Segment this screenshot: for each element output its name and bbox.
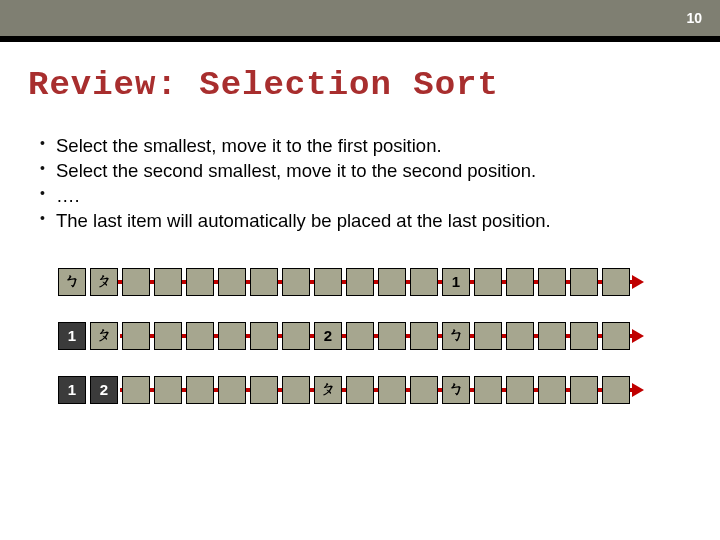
array-rows: ㄅㄆ11ㄆ2ㄅ12ㄆㄅ: [58, 268, 720, 404]
array-cell: [122, 268, 150, 296]
array-cell: [250, 322, 278, 350]
array-cell: [250, 268, 278, 296]
array-cell: [186, 376, 214, 404]
array-cell: [282, 268, 310, 296]
array-cell: [570, 322, 598, 350]
array-cell: 2: [90, 376, 118, 404]
array-cell: [154, 322, 182, 350]
array-cell: [570, 268, 598, 296]
slide: 10 Review: Selection Sort Select the sma…: [0, 0, 720, 540]
array-cell: [602, 268, 630, 296]
divider-band: [0, 36, 720, 42]
array-cell: [602, 376, 630, 404]
array-cell: [282, 376, 310, 404]
array-cell: [346, 322, 374, 350]
array-cell: [506, 322, 534, 350]
array-cell: [122, 322, 150, 350]
array-cell: [346, 268, 374, 296]
array-cell: [410, 268, 438, 296]
list-item: Select the second smallest, move it to t…: [40, 159, 720, 184]
list-item: Select the smallest, move it to the firs…: [40, 134, 720, 159]
array-row: 12ㄆㄅ: [58, 376, 720, 404]
cell-row: ㄅㄆ1: [58, 268, 720, 296]
array-cell: [410, 376, 438, 404]
array-cell: [570, 376, 598, 404]
array-cell: [538, 268, 566, 296]
page-title: Review: Selection Sort: [28, 66, 720, 104]
page-number: 10: [686, 10, 702, 26]
array-cell: [474, 268, 502, 296]
array-cell: [506, 376, 534, 404]
array-cell: ㄆ: [90, 322, 118, 350]
array-cell: [378, 376, 406, 404]
list-item: ….: [40, 184, 720, 209]
array-cell: [410, 322, 438, 350]
array-cell: 2: [314, 322, 342, 350]
array-cell: [186, 268, 214, 296]
array-cell: [218, 268, 246, 296]
list-item: The last item will automatically be plac…: [40, 209, 720, 234]
array-cell: [378, 322, 406, 350]
array-cell: [250, 376, 278, 404]
array-cell: ㄅ: [58, 268, 86, 296]
array-cell: [506, 268, 534, 296]
array-cell: ㄆ: [90, 268, 118, 296]
array-cell: ㄆ: [314, 376, 342, 404]
array-cell: [154, 268, 182, 296]
array-cell: [346, 376, 374, 404]
array-cell: 1: [58, 322, 86, 350]
array-cell: [538, 376, 566, 404]
array-cell: [602, 322, 630, 350]
array-cell: [538, 322, 566, 350]
array-cell: [282, 322, 310, 350]
cell-row: 12ㄆㄅ: [58, 376, 720, 404]
array-cell: [314, 268, 342, 296]
array-row: 1ㄆ2ㄅ: [58, 322, 720, 350]
array-cell: [474, 322, 502, 350]
array-cell: [154, 376, 182, 404]
array-cell: 1: [58, 376, 86, 404]
cell-row: 1ㄆ2ㄅ: [58, 322, 720, 350]
array-cell: [218, 376, 246, 404]
array-cell: [474, 376, 502, 404]
array-cell: ㄅ: [442, 376, 470, 404]
array-cell: [218, 322, 246, 350]
top-bar: 10: [0, 0, 720, 36]
array-cell: [186, 322, 214, 350]
array-cell: [122, 376, 150, 404]
array-cell: 1: [442, 268, 470, 296]
array-cell: ㄅ: [442, 322, 470, 350]
bullet-list: Select the smallest, move it to the firs…: [40, 134, 720, 234]
array-cell: [378, 268, 406, 296]
array-row: ㄅㄆ1: [58, 268, 720, 296]
